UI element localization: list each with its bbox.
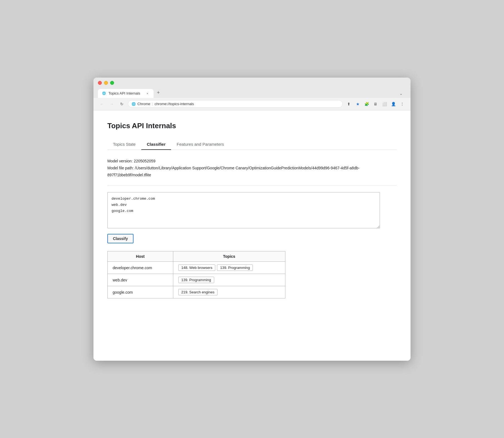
topic-tag: 219. Search engines [178, 289, 218, 295]
browser-tab-active[interactable]: 🌐 Topics API Internals × [98, 89, 154, 98]
table-cell-topics: 219. Search engines [173, 286, 285, 298]
topic-tag: 139. Programming [178, 277, 214, 283]
traffic-lights [98, 81, 406, 85]
table-cell-topics: 148. Web browsers139. Programming [173, 262, 285, 274]
table-cell-host: developer.chrome.com [108, 262, 173, 274]
nav-bar: ← → ↻ 🌐 Chrome | chrome://topics-interna… [93, 98, 411, 110]
table-header-row: Host Topics [108, 251, 285, 262]
minimize-traffic-light[interactable] [104, 81, 108, 85]
table-row: web.dev139. Programming [108, 274, 285, 286]
topics-cell: 139. Programming [178, 277, 280, 283]
divider [107, 185, 397, 185]
model-version: Model version: 2205052059 [107, 158, 397, 165]
table-cell-topics: 139. Programming [173, 274, 285, 286]
page-content: Topics API Internals Topics State Classi… [93, 110, 411, 361]
tab-classifier[interactable]: Classifier [141, 139, 171, 150]
classifier-content: Model version: 2205052059 Model file pat… [107, 158, 397, 299]
tab-dropdown-button[interactable]: ⌄ [396, 89, 406, 98]
tabs-navigation: Topics State Classifier Features and Par… [107, 139, 397, 150]
classify-button[interactable]: Classify [107, 234, 134, 243]
topic-tag: 148. Web browsers [178, 264, 216, 271]
tab-topics-state[interactable]: Topics State [107, 139, 141, 150]
address-separator: | [152, 102, 153, 106]
topics-cell: 219. Search engines [178, 289, 280, 295]
share-button[interactable]: ⬆ [345, 100, 353, 108]
maximize-traffic-light[interactable] [110, 81, 114, 85]
col-header-topics: Topics [173, 251, 285, 262]
results-table: Host Topics developer.chrome.com148. Web… [107, 251, 285, 298]
close-traffic-light[interactable] [98, 81, 102, 85]
table-row: developer.chrome.com148. Web browsers139… [108, 262, 285, 274]
page-title: Topics API Internals [107, 122, 397, 130]
model-file-path: Model file path: /Users/dutton/Library/A… [107, 165, 397, 179]
topic-tag: 139. Programming [217, 264, 253, 271]
classify-textarea[interactable]: developer.chrome.com web.dev google.com [107, 192, 380, 228]
more-menu-button[interactable]: ⋮ [398, 100, 406, 108]
model-info: Model version: 2205052059 Model file pat… [107, 158, 397, 179]
forward-button[interactable]: → [108, 100, 116, 108]
table-row: google.com219. Search engines [108, 286, 285, 298]
address-favicon-icon: 🌐 [132, 102, 136, 106]
reload-button[interactable]: ↻ [118, 100, 126, 108]
topics-cell: 148. Web browsers139. Programming [178, 264, 280, 271]
extensions-button[interactable]: 🧩 [363, 100, 370, 108]
address-chrome-label: Chrome [137, 102, 150, 106]
tab-features-params[interactable]: Features and Parameters [171, 139, 229, 150]
tab-favicon-icon: 🌐 [102, 91, 106, 96]
browser-window: 🌐 Topics API Internals × + ⌄ ← → ↻ 🌐 Chr… [93, 78, 411, 361]
address-url: chrome://topics-internals [155, 102, 194, 106]
nav-actions: ⬆ ★ 🧩 🖥 ⬜ 👤 ⋮ [345, 100, 406, 108]
sidebar-button[interactable]: ⬜ [381, 100, 388, 108]
tabs-bar: 🌐 Topics API Internals × + ⌄ [98, 88, 406, 98]
col-header-host: Host [108, 251, 173, 262]
table-cell-host: google.com [108, 286, 173, 298]
bookmark-button[interactable]: ★ [354, 100, 362, 108]
new-tab-button[interactable]: + [154, 88, 163, 98]
title-bar: 🌐 Topics API Internals × + ⌄ [93, 78, 411, 98]
profile-button[interactable]: 👤 [389, 100, 397, 108]
address-bar[interactable]: 🌐 Chrome | chrome://topics-internals [128, 100, 343, 108]
tab-close-button[interactable]: × [145, 91, 150, 96]
cast-button[interactable]: 🖥 [372, 100, 379, 108]
tab-title: Topics API Internals [108, 91, 140, 95]
table-cell-host: web.dev [108, 274, 173, 286]
back-button[interactable]: ← [98, 100, 106, 108]
